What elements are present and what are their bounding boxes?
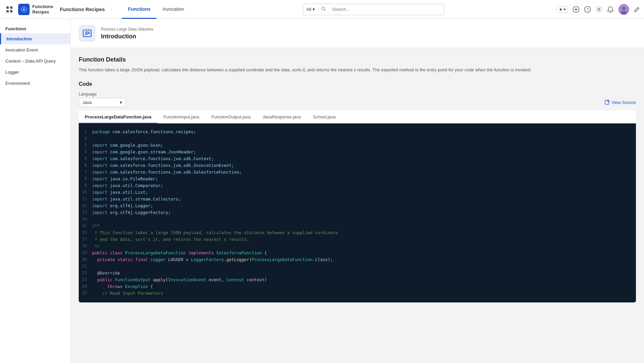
chevron-down-icon: ▾ (313, 7, 315, 12)
star-icon: ★ (559, 7, 563, 12)
search-icon (319, 6, 329, 12)
svg-point-16 (622, 7, 625, 10)
svg-rect-3 (10, 10, 12, 12)
svg-rect-2 (6, 10, 9, 12)
code-line: 17 * and the data, sort's it, and return… (79, 237, 636, 243)
tab-invocation[interactable]: Invocation (156, 0, 190, 19)
function-details-title: Function Details (79, 56, 636, 63)
app-logo-icon (18, 4, 30, 15)
search-input[interactable] (329, 7, 444, 12)
help-button[interactable]: ? (584, 6, 591, 13)
code-line: 5 import com.salesforce.functions.jvm.sd… (79, 156, 636, 162)
app-name: Functions Recipes (60, 6, 112, 12)
search-box: All ▾ (303, 4, 444, 15)
code-line: 3 import com.google.gson.Gson; (79, 142, 636, 149)
code-block: 1 package com.salesforce.functions.recip… (79, 123, 636, 302)
page-header: Process Large Data Volumes Introduction (71, 19, 644, 48)
code-line: 9 import java.util.Comparator; (79, 183, 636, 189)
svg-rect-1 (10, 6, 12, 9)
language-label: Language (79, 92, 636, 97)
search-filter-label: All (307, 7, 311, 12)
code-line: 4 import com.google.gson.stream.JsonRead… (79, 149, 636, 156)
code-line: 18 */ (79, 243, 636, 250)
code-line: 10 import java.util.List; (79, 189, 636, 196)
rating-button[interactable]: ★ ▾ (557, 6, 568, 13)
avatar[interactable] (618, 4, 629, 15)
language-select[interactable]: Java ▾ (79, 98, 126, 107)
sidebar-item-environment[interactable]: Environment (0, 78, 70, 89)
code-line: 16 * This function takes a large JSON pa… (79, 230, 636, 237)
search-filter-dropdown[interactable]: All ▾ (303, 7, 319, 12)
svg-line-8 (325, 10, 326, 11)
chevron-down-icon-rating: ▾ (564, 7, 566, 12)
sidebar-section-title: Functions (0, 22, 70, 33)
code-line: 19 public class ProcessLargeDataFunction… (79, 250, 636, 257)
function-details-desc: This function takes a large JSON payload… (79, 67, 636, 74)
code-line: 20 private static final Logger LOGGER = … (79, 257, 636, 263)
tab-functions[interactable]: Functions (122, 0, 156, 19)
sidebar-item-context[interactable]: Context – Data API Query (0, 56, 70, 67)
top-bar: Functions Recipes Functions Recipes Func… (0, 0, 644, 19)
svg-rect-0 (6, 6, 9, 9)
sidebar-item-invocation-event[interactable]: Invocation Event (0, 44, 70, 56)
code-line: 25 // Read Input Parameters (79, 290, 636, 297)
settings-button[interactable] (596, 6, 602, 13)
app-logo: Functions Recipes (18, 4, 53, 15)
code-line: 8 import java.io.FileReader; (79, 176, 636, 183)
code-line: 15 /** (79, 223, 636, 230)
content-body: Function Details This function takes a l… (71, 48, 644, 311)
code-tabs: ProcessLargeDataFunction.java FunctionIn… (79, 110, 636, 123)
code-line: 11 import java.util.stream.Collectors; (79, 196, 636, 203)
edit-icon[interactable] (634, 6, 640, 12)
code-tab-2[interactable]: FunctionOutput.java (205, 111, 256, 123)
page-header-title: Introduction (101, 33, 153, 40)
code-line: 13 import org.slf4j.LoggerFactory; (79, 210, 636, 216)
code-tab-1[interactable]: FunctionInput.java (157, 111, 205, 123)
top-tabs: Functions Invocation (122, 0, 190, 19)
code-line: 1 package com.salesforce.functions.recip… (79, 129, 636, 136)
code-line: 24 throws Exception { (79, 284, 636, 290)
view-source-label: View Source (611, 100, 636, 105)
code-toolbar: Java ▾ View Source (79, 98, 636, 107)
language-selected: Java (82, 100, 92, 105)
view-source-button[interactable]: View Source (605, 100, 636, 105)
notifications-button[interactable] (607, 6, 614, 13)
chevron-down-icon-lang: ▾ (120, 100, 122, 105)
code-tab-3[interactable]: JavaResponse.java (257, 111, 307, 123)
app-logo-line1: Functions (32, 4, 53, 9)
code-line: 23 public FunctionOutput apply(Invocatio… (79, 277, 636, 284)
app-grid-button[interactable] (4, 4, 15, 15)
main-layout: Functions Introduction Invocation Event … (0, 19, 644, 363)
code-line: 7 import com.salesforce.functions.jvm.sd… (79, 169, 636, 176)
svg-text:?: ? (586, 7, 589, 12)
code-line: 6 import com.salesforce.functions.jvm.sd… (79, 162, 636, 169)
code-line: 12 import org.slf4j.Logger; (79, 203, 636, 210)
sidebar: Functions Introduction Invocation Event … (0, 19, 71, 363)
code-line: 2 (79, 136, 636, 142)
code-tab-4[interactable]: School.java (307, 111, 342, 123)
code-line: 14 (79, 216, 636, 223)
svg-point-17 (621, 11, 627, 15)
content-area: Process Large Data Volumes Introduction … (71, 19, 644, 363)
page-header-breadcrumb: Process Large Data Volumes (101, 27, 153, 32)
app-logo-line2: Recipes (32, 9, 53, 15)
search-area: All ▾ (190, 4, 557, 15)
sidebar-item-logger[interactable]: Logger (0, 67, 70, 78)
svg-point-14 (598, 8, 600, 10)
code-tab-0[interactable]: ProcessLargeDataFunction.java (79, 111, 157, 123)
code-section-title: Code (79, 81, 636, 87)
svg-point-7 (322, 7, 325, 10)
top-actions: ★ ▾ ? (557, 4, 640, 15)
page-header-icon (79, 25, 96, 42)
code-line: 21 (79, 263, 636, 270)
code-line: 22 @Override (79, 270, 636, 277)
sidebar-item-introduction[interactable]: Introduction (0, 33, 70, 44)
add-button[interactable] (573, 6, 579, 13)
svg-point-6 (23, 9, 25, 10)
